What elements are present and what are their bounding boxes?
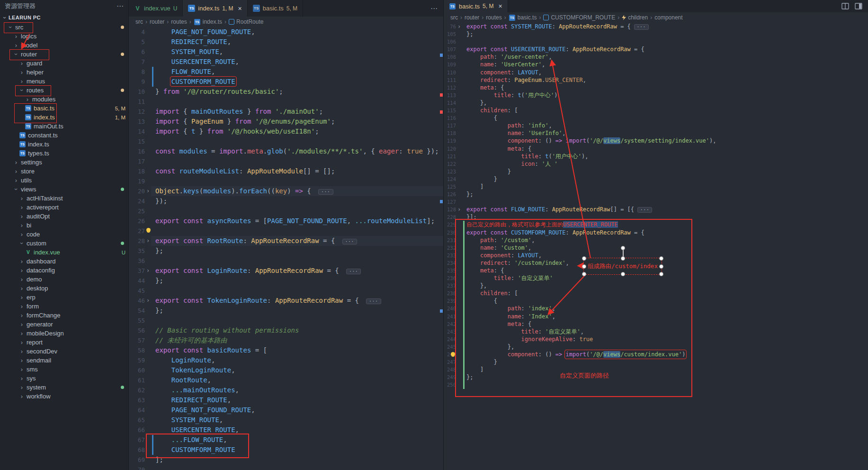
code-line-57[interactable]: 57// 未经许可的基本路由 xyxy=(129,335,443,345)
code-line-112[interactable]: 112 meta: { xyxy=(444,84,868,91)
code-line-236[interactable]: 236 title: '自定义菜单' xyxy=(444,274,868,282)
breadcrumb-routes[interactable]: routes xyxy=(171,18,187,25)
code-line-62[interactable]: 62 ...mainOutRoutes, xyxy=(129,385,443,395)
tree-item-router[interactable]: ›router xyxy=(0,50,128,59)
code-line-66[interactable]: 66 USERCENTER_ROUTE, xyxy=(129,425,443,435)
code-line-13[interactable]: 13import { PageEnum } from '/@/enums/pag… xyxy=(129,117,443,127)
breadcrumb-router[interactable]: router xyxy=(465,14,479,21)
breadcrumb-RootRoute[interactable]: RootRoute xyxy=(229,18,263,25)
code-line-9[interactable]: 9 CUSTOMFORM_ROUTE xyxy=(129,77,443,87)
code-line-26[interactable]: 26export const asyncRoutes = [PAGE_NOT_F… xyxy=(129,216,443,226)
tree-item-workflow[interactable]: ›workflow xyxy=(0,392,128,401)
code-line-28[interactable]: 28›export const RootRoute: AppRouteRecor… xyxy=(129,236,443,246)
folded-code-badge[interactable]: ··· xyxy=(366,298,381,304)
folded-code-badge[interactable]: ··· xyxy=(634,24,649,30)
code-line-11[interactable]: 11 xyxy=(129,97,443,107)
tree-item-generator[interactable]: ›generator xyxy=(0,320,128,329)
breadcrumb-component[interactable]: component xyxy=(654,14,682,21)
code-line-69[interactable]: 69]; xyxy=(129,455,443,465)
code-line-126[interactable]: 126}; xyxy=(444,190,868,198)
code-line-110[interactable]: 110 component: LAYOUT, xyxy=(444,69,868,76)
tree-item-basic.ts[interactable]: TSbasic.ts5, M xyxy=(0,104,128,113)
code-line-4[interactable]: 4 PAGE_NOT_FOUND_ROUTE, xyxy=(129,27,443,37)
tree-item-bi[interactable]: ›bi xyxy=(0,221,128,230)
breadcrumb-CUSTOMFORM_ROUTE[interactable]: CUSTOMFORM_ROUTE xyxy=(543,14,615,21)
folded-code-badge[interactable]: ··· xyxy=(346,269,361,274)
code-line-15[interactable]: 15 xyxy=(129,136,443,146)
tab-basic.ts[interactable]: TSbasic.ts5, M× xyxy=(444,0,508,12)
code-line-249[interactable]: 249}; xyxy=(444,373,868,381)
code-line-116[interactable]: 116 { xyxy=(444,114,868,122)
breadcrumb-basic.ts[interactable]: TSbasic.ts xyxy=(509,14,537,21)
folded-code-badge[interactable]: ··· xyxy=(318,189,333,195)
resize-handle[interactable] xyxy=(621,272,625,276)
breadcrumb-index.ts[interactable]: TSindex.ts xyxy=(194,18,222,26)
breadcrumb-children[interactable]: children xyxy=(622,14,648,21)
breadcrumb-router[interactable]: router xyxy=(150,18,164,25)
resize-handle[interactable] xyxy=(582,256,586,261)
code-line-125[interactable]: 125 ] xyxy=(444,183,868,190)
code-line-242[interactable]: 242 meta: { xyxy=(444,320,868,328)
code-line-232[interactable]: 232 name: 'Custom', xyxy=(444,244,868,252)
tree-item-index.vue[interactable]: Vindex.vueU xyxy=(0,248,128,257)
tree-item-demo[interactable]: ›demo xyxy=(0,275,128,284)
code-line-7[interactable]: 7 USERCENTER_ROUTE, xyxy=(129,57,443,67)
code-line-119[interactable]: 119 component: () => import('/@/views/sy… xyxy=(444,137,868,145)
code-line-18[interactable]: 18const routeModuleList: AppRouteModule[… xyxy=(129,166,443,176)
code-line-239[interactable]: 239 { xyxy=(444,297,868,305)
tree-item-views[interactable]: ›views xyxy=(0,185,128,194)
code-line-35[interactable]: 35}; xyxy=(129,246,443,256)
code-line-127[interactable]: 127 xyxy=(444,198,868,206)
code-line-58[interactable]: 58export const basicRoutes = [ xyxy=(129,345,443,355)
code-line-247[interactable]: 247 } xyxy=(444,358,868,366)
tree-item-modules[interactable]: ›modules xyxy=(0,95,128,104)
code-line-246[interactable]: 246 component: () => import('/@/views/cu… xyxy=(444,351,868,358)
code-line-237[interactable]: 237 }, xyxy=(444,282,868,289)
tree-item-sms[interactable]: ›sms xyxy=(0,365,128,374)
resize-handle[interactable] xyxy=(621,256,625,261)
tree-item-sys[interactable]: ›sys xyxy=(0,374,128,383)
code-line-5[interactable]: 5 REDIRECT_ROUTE, xyxy=(129,37,443,47)
code-line-6[interactable]: 6 SYSTEM_ROUTE, xyxy=(129,47,443,57)
code-line-16[interactable]: 16const modules = import.meta.glob('./mo… xyxy=(129,146,443,156)
tree-item-guard[interactable]: ›guard xyxy=(0,59,128,68)
code-line-63[interactable]: 63 REDIRECT_ROUTE, xyxy=(129,395,443,405)
tree-item-desktop[interactable]: ›desktop xyxy=(0,284,128,293)
tree-item-sendmail[interactable]: ›sendmail xyxy=(0,356,128,365)
tree-item-dashboard[interactable]: ›dashboard xyxy=(0,257,128,266)
resize-handle[interactable] xyxy=(659,264,663,269)
code-line-46[interactable]: 46›export const TokenLoginRoute: AppRout… xyxy=(129,296,443,306)
editor-actions-more-icon[interactable]: ⋯ xyxy=(425,0,443,17)
tree-item-src[interactable]: ›src xyxy=(0,23,128,32)
tree-item-types.ts[interactable]: TStypes.ts xyxy=(0,149,128,158)
breadcrumb-src[interactable]: src xyxy=(450,14,458,21)
tree-item-custom[interactable]: ›custom xyxy=(0,239,128,248)
code-line-109[interactable]: 109 name: 'UserCenter', xyxy=(444,61,868,68)
code-line-229[interactable]: 229自己定义的路由，格式可以参考上面的USERCENTER_ROUTE xyxy=(444,221,868,228)
code-line-44[interactable]: 44}; xyxy=(129,276,443,286)
code-line-106[interactable]: 106 xyxy=(444,38,868,45)
code-line-14[interactable]: 14import { t } from '/@/hooks/web/useI18… xyxy=(129,127,443,136)
code-line-70[interactable]: 70 xyxy=(129,465,443,470)
code-line-123[interactable]: 123 } xyxy=(444,168,868,175)
tree-item-index.ts[interactable]: TSindex.ts1, M xyxy=(0,113,128,122)
code-line-27[interactable]: 27 xyxy=(129,226,443,236)
code-line-65[interactable]: 65 SYSTEM_ROUTE, xyxy=(129,415,443,425)
code-line-231[interactable]: 231 path: '/custom', xyxy=(444,236,868,244)
overview-ruler[interactable] xyxy=(439,27,443,470)
code-line-64[interactable]: 64 PAGE_NOT_FOUND_ROUTE, xyxy=(129,405,443,415)
tree-item-secondDev[interactable]: ›secondDev xyxy=(0,347,128,356)
layout-panel-icon[interactable] xyxy=(855,2,862,10)
code-line-105[interactable]: 105}; xyxy=(444,30,868,38)
lightbulb-icon[interactable] xyxy=(451,352,455,356)
tab-index.ts[interactable]: TSindex.ts1, M× xyxy=(183,0,247,17)
code-line-107[interactable]: 107export const USERCENTER_ROUTE: AppRou… xyxy=(444,45,868,53)
tab-close-icon[interactable]: × xyxy=(238,5,242,12)
code-line-238[interactable]: 238 children: [ xyxy=(444,289,868,297)
code-line-248[interactable]: 248 ] xyxy=(444,366,868,373)
tree-item-actHiTaskinst[interactable]: ›actHiTaskinst xyxy=(0,194,128,203)
tree-item-mainOut.ts[interactable]: TSmainOut.ts xyxy=(0,122,128,131)
code-line-56[interactable]: 56// Basic routing without permissions xyxy=(129,325,443,335)
code-line-60[interactable]: 60 TokenLoginRoute, xyxy=(129,365,443,375)
code-line-121[interactable]: 121 title: t('用户中心'), xyxy=(444,153,868,160)
